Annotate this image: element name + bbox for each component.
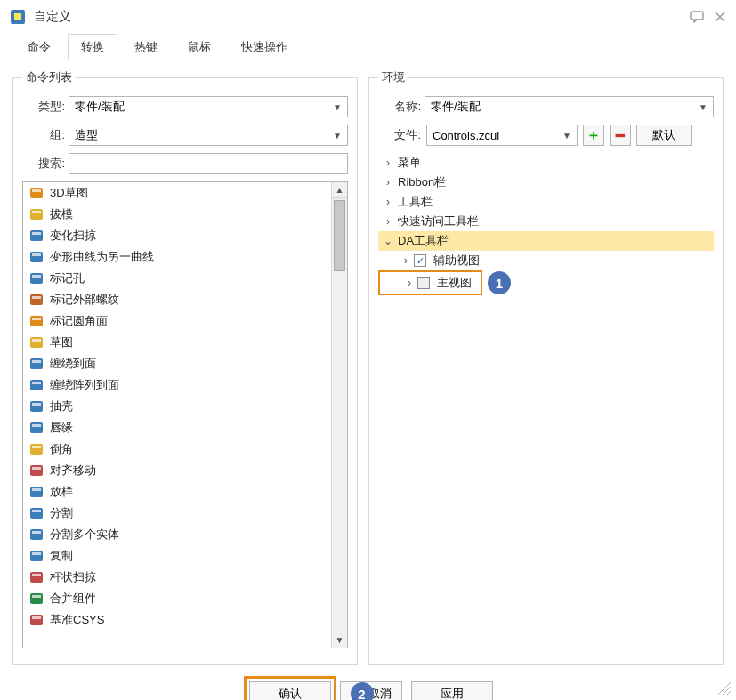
scroll-down-icon[interactable]: ▼ xyxy=(332,632,347,648)
command-label: 标记外部螺纹 xyxy=(50,292,119,308)
chevron-right-icon[interactable]: › xyxy=(382,157,394,169)
command-item[interactable]: 合并组件 xyxy=(23,588,331,609)
close-icon[interactable] xyxy=(713,10,727,24)
command-item[interactable]: 抽壳 xyxy=(23,396,331,417)
tab-3[interactable]: 鼠标 xyxy=(174,34,224,60)
window-title: 自定义 xyxy=(34,9,71,25)
tree-row[interactable]: ⌄DA工具栏 xyxy=(378,231,714,251)
command-label: 标记孔 xyxy=(50,270,85,286)
tree-label: DA工具栏 xyxy=(394,233,452,249)
chevron-right-icon[interactable]: › xyxy=(382,196,394,208)
group-select[interactable]: 造型 ▼ xyxy=(69,125,348,146)
titlebar: 自定义 xyxy=(0,0,736,34)
env-name-value: 零件/装配 xyxy=(431,99,481,115)
remove-button[interactable]: ━ xyxy=(610,125,631,146)
command-icon xyxy=(28,270,44,286)
svg-rect-38 xyxy=(30,572,43,583)
command-item[interactable]: 变形曲线为另一曲线 xyxy=(23,246,331,268)
command-list-legend: 命令列表 xyxy=(22,69,76,85)
tree-row[interactable]: ›菜单 xyxy=(378,153,714,173)
tab-4[interactable]: 快速操作 xyxy=(228,34,301,60)
command-item[interactable]: 分割多个实体 xyxy=(23,524,331,545)
svg-rect-12 xyxy=(30,294,43,305)
command-item[interactable]: 拔模 xyxy=(23,204,331,225)
command-item[interactable]: 标记圆角面 xyxy=(23,310,331,332)
command-icon xyxy=(28,249,44,265)
command-icon xyxy=(28,292,44,308)
command-item[interactable]: 基准CSYS xyxy=(23,609,331,631)
feedback-icon[interactable] xyxy=(690,10,704,24)
svg-rect-1 xyxy=(691,12,703,20)
chevron-down-icon[interactable]: ⌄ xyxy=(382,235,394,247)
env-name-select[interactable]: 零件/装配 ▼ xyxy=(425,96,714,117)
tab-1[interactable]: 转换 xyxy=(68,34,117,60)
command-item[interactable]: 分割 xyxy=(23,503,331,524)
command-label: 变化扫掠 xyxy=(50,228,96,244)
scroll-up-icon[interactable]: ▲ xyxy=(332,182,347,198)
type-select[interactable]: 零件/装配 ▼ xyxy=(69,96,348,117)
svg-rect-3 xyxy=(32,189,41,192)
tree-checkbox[interactable]: ✓ xyxy=(414,254,426,267)
tree-label: 主视图 xyxy=(433,275,475,291)
svg-rect-20 xyxy=(30,380,43,390)
command-item[interactable]: 对齐移动 xyxy=(23,460,331,481)
command-item[interactable]: 3D草图 xyxy=(23,182,331,204)
search-input[interactable] xyxy=(69,153,348,174)
command-item[interactable]: 草图 xyxy=(23,332,331,353)
environment-tree[interactable]: ›菜单›Ribbon栏›工具栏›快速访问工具栏⌄DA工具栏›✓辅助视图›主视图1 xyxy=(378,153,714,295)
chevron-right-icon[interactable]: › xyxy=(382,215,394,228)
command-item[interactable]: 唇缘 xyxy=(23,417,331,439)
command-icon xyxy=(28,484,44,500)
scrollbar[interactable]: ▲ ▼ xyxy=(331,182,347,648)
tab-2[interactable]: 热键 xyxy=(121,34,171,60)
tree-row[interactable]: ›快速访问工具栏 xyxy=(378,212,714,231)
svg-rect-16 xyxy=(30,337,43,348)
tree-label: 辅助视图 xyxy=(430,253,483,269)
command-label: 分割 xyxy=(50,505,73,521)
command-item[interactable]: 复制 xyxy=(23,545,331,567)
command-item[interactable]: 标记外部螺纹 xyxy=(23,289,331,310)
command-item[interactable]: 倒角 xyxy=(23,439,331,460)
command-item[interactable]: 放样 xyxy=(23,481,331,503)
tree-row[interactable]: ›工具栏 xyxy=(378,192,714,212)
command-icon xyxy=(28,206,44,222)
command-item[interactable]: 标记孔 xyxy=(23,268,331,289)
chevron-right-icon[interactable]: › xyxy=(400,254,412,267)
tree-row[interactable]: ›Ribbon栏 xyxy=(378,173,714,192)
command-label: 缠绕阵列到面 xyxy=(50,377,119,393)
scroll-thumb[interactable] xyxy=(334,200,345,271)
command-list-panel: 命令列表 类型: 零件/装配 ▼ 组: 造型 ▼ 搜索: 3D草图拔模变化扫掠变… xyxy=(12,69,358,665)
resize-grip-icon[interactable] xyxy=(718,682,731,695)
command-icon xyxy=(28,527,44,543)
command-label: 倒角 xyxy=(50,441,73,457)
group-label: 组: xyxy=(22,127,65,143)
tab-0[interactable]: 命令 xyxy=(14,34,64,60)
chevron-right-icon[interactable]: › xyxy=(403,277,416,289)
tree-checkbox[interactable] xyxy=(417,277,430,289)
command-item[interactable]: 杆状扫掠 xyxy=(23,567,331,588)
callout-2: 2 xyxy=(351,682,374,700)
chevron-right-icon[interactable]: › xyxy=(382,176,394,189)
svg-rect-29 xyxy=(32,467,41,470)
svg-rect-21 xyxy=(32,382,41,384)
command-item[interactable]: 变化扫掠 xyxy=(23,225,331,246)
tree-row[interactable]: ›主视图 xyxy=(382,273,475,293)
env-file-select[interactable]: Controls.zcui ▼ xyxy=(426,125,578,146)
default-button[interactable]: 默认 xyxy=(636,125,692,146)
tree-label: 工具栏 xyxy=(394,194,436,210)
add-button[interactable]: ＋ xyxy=(583,125,604,146)
svg-rect-27 xyxy=(32,446,41,448)
apply-button[interactable]: 应用 xyxy=(411,681,493,700)
svg-rect-22 xyxy=(30,401,43,412)
command-item[interactable]: 缠绕阵列到面 xyxy=(23,374,331,396)
env-name-label: 名称: xyxy=(378,99,421,115)
command-item[interactable]: 缠绕到面 xyxy=(23,353,331,374)
command-icon xyxy=(28,569,44,585)
command-label: 对齐移动 xyxy=(50,463,96,479)
command-listbox[interactable]: 3D草图拔模变化扫掠变形曲线为另一曲线标记孔标记外部螺纹标记圆角面草图缠绕到面缠… xyxy=(22,181,348,648)
ok-button[interactable]: 确认 xyxy=(249,681,331,700)
svg-rect-11 xyxy=(32,275,41,278)
tree-row[interactable]: ›✓辅助视图 xyxy=(378,251,714,270)
command-label: 基准CSYS xyxy=(50,612,104,628)
caret-down-icon: ▼ xyxy=(699,102,708,112)
